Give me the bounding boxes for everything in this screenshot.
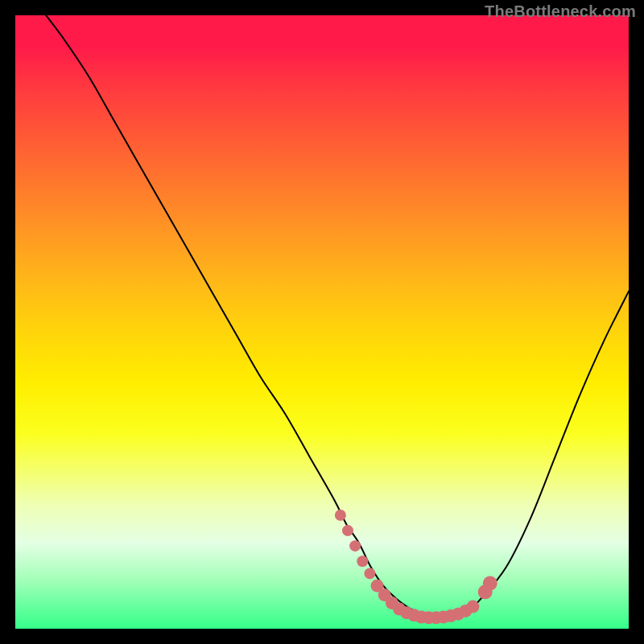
curve-marker — [466, 601, 479, 613]
bottleneck-curve-overlay — [15, 15, 629, 629]
curve-markers — [335, 510, 497, 624]
curve-marker — [357, 555, 368, 567]
curve-marker — [335, 510, 346, 521]
chart-stage: TheBottleneck.com — [0, 0, 644, 644]
curve-marker — [483, 576, 497, 591]
bottleneck-curve — [46, 15, 629, 617]
plot-area — [15, 15, 629, 629]
curve-marker — [349, 540, 361, 551]
watermark-text: TheBottleneck.com — [485, 2, 636, 21]
curve-marker — [342, 525, 353, 536]
curve-marker — [364, 568, 375, 579]
